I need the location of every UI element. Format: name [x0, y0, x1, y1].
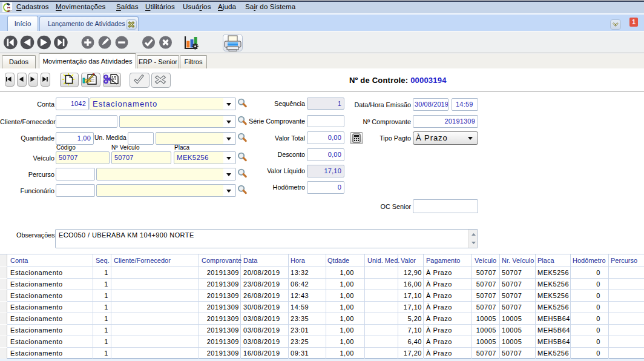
svg-text:Wav: Wav	[7, 9, 12, 12]
